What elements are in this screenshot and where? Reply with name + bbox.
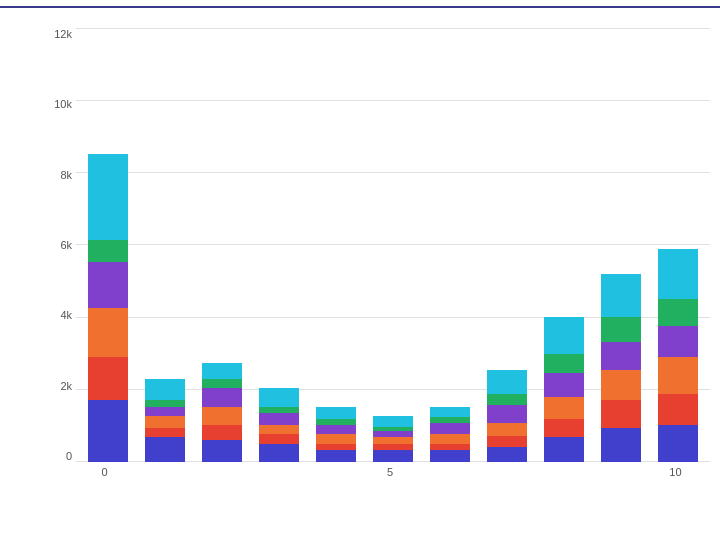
- bar-segment: [259, 413, 299, 425]
- bar-group: [651, 249, 704, 462]
- y-tick: 0: [40, 450, 76, 462]
- bar-segment: [259, 388, 299, 407]
- bar-segment: [487, 423, 527, 435]
- bar-segment: [601, 400, 641, 428]
- x-tick: 0: [101, 466, 107, 478]
- bar-segment: [202, 440, 242, 462]
- bar-segment: [316, 450, 356, 462]
- bar-segment: [373, 450, 413, 462]
- bar-group: [423, 407, 476, 462]
- bar-segment: [487, 436, 527, 447]
- bar-segment: [259, 425, 299, 434]
- stacked-bar: [487, 370, 527, 462]
- bar-segment: [430, 450, 470, 462]
- bar-segment: [202, 379, 242, 388]
- bar-segment: [88, 154, 128, 240]
- x-tick-container: [247, 466, 304, 478]
- bar-segment: [658, 299, 698, 327]
- bar-segment: [88, 400, 128, 462]
- x-tick-container: 0: [76, 466, 133, 478]
- stacked-bar: [259, 388, 299, 462]
- stacked-bar: [316, 407, 356, 462]
- bar-segment: [88, 240, 128, 262]
- chart-area: 12k10k8k6k4k2k0 0510: [40, 28, 710, 478]
- bar-segment: [544, 317, 584, 354]
- x-tick-container: [476, 466, 533, 478]
- bar-segment: [430, 423, 470, 434]
- bar-segment: [487, 370, 527, 395]
- bar-segment: [544, 354, 584, 373]
- bar-group: [310, 407, 363, 462]
- x-tick-container: [304, 466, 361, 478]
- x-tick-container: [419, 466, 476, 478]
- bar-segment: [544, 397, 584, 419]
- bar-segment: [202, 425, 242, 440]
- stacked-bar: [145, 379, 185, 462]
- bar-segment: [430, 434, 470, 443]
- stacked-bar: [601, 274, 641, 462]
- bar-segment: [658, 357, 698, 394]
- bar-segment: [601, 342, 641, 370]
- bar-segment: [202, 388, 242, 407]
- bar-group: [196, 363, 249, 462]
- bar-segment: [601, 274, 641, 317]
- bar-segment: [259, 434, 299, 443]
- bar-segment: [145, 416, 185, 428]
- bar-segment: [544, 437, 584, 462]
- x-tick-container: [190, 466, 247, 478]
- stacked-bar: [544, 317, 584, 462]
- bar-segment: [487, 447, 527, 462]
- chart-container: 12k10k8k6k4k2k0 0510: [0, 8, 720, 518]
- bar-segment: [601, 317, 641, 342]
- bar-segment: [601, 370, 641, 401]
- bar-segment: [658, 249, 698, 298]
- bar-group: [480, 370, 533, 462]
- y-tick: 8k: [40, 169, 76, 181]
- stacked-bar: [658, 249, 698, 462]
- x-tick-container: [533, 466, 590, 478]
- bar-group: [367, 416, 420, 462]
- x-tick-container: [590, 466, 647, 478]
- bar-segment: [316, 425, 356, 434]
- bars-area: [76, 28, 710, 462]
- header: [0, 0, 720, 8]
- bar-segment: [259, 444, 299, 463]
- y-ticks-and-bars: 12k10k8k6k4k2k0: [40, 28, 710, 462]
- x-tick-container: [133, 466, 190, 478]
- bar-segment: [88, 357, 128, 400]
- y-tick: 6k: [40, 239, 76, 251]
- bar-segment: [487, 394, 527, 405]
- bar-segment: [88, 262, 128, 308]
- bar-segment: [544, 419, 584, 438]
- bar-group: [253, 388, 306, 462]
- bar-segment: [658, 326, 698, 357]
- y-axis-label: [10, 28, 40, 478]
- bar-segment: [202, 407, 242, 426]
- bar-group: [139, 379, 192, 462]
- bar-group: [82, 154, 135, 462]
- bar-segment: [316, 434, 356, 443]
- y-tick: 12k: [40, 28, 76, 40]
- bar-segment: [430, 407, 470, 418]
- stacked-bar: [373, 416, 413, 462]
- bars-row: [76, 28, 710, 462]
- bar-segment: [544, 373, 584, 398]
- stacked-bar: [202, 363, 242, 462]
- stacked-bar: [430, 407, 470, 462]
- x-tick-container: 10: [647, 466, 704, 478]
- bar-segment: [658, 425, 698, 462]
- x-tick: 10: [669, 466, 681, 478]
- bar-segment: [88, 308, 128, 357]
- y-tick: 10k: [40, 98, 76, 110]
- bar-segment: [145, 437, 185, 462]
- bar-segment: [487, 405, 527, 424]
- bar-segment: [601, 428, 641, 462]
- x-axis: 0510: [40, 466, 710, 478]
- x-tick: 5: [387, 466, 393, 478]
- bar-segment: [145, 407, 185, 416]
- x-tick-container: 5: [361, 466, 418, 478]
- y-tick: 2k: [40, 380, 76, 392]
- bar-segment: [658, 394, 698, 425]
- bar-group: [594, 274, 647, 462]
- bar-segment: [145, 428, 185, 437]
